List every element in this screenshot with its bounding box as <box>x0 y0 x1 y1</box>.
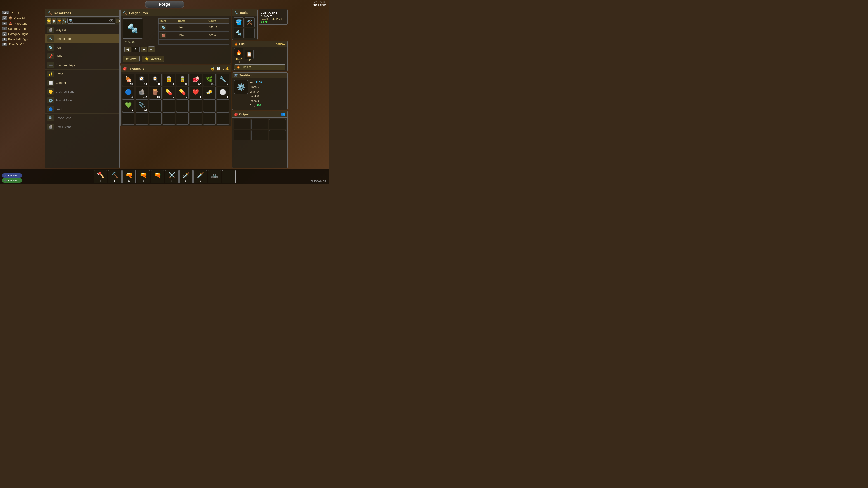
ingredient-row-iron: 🔩 Iron 1159/12 <box>159 24 229 32</box>
inv-slot-10[interactable]: 🪵449 <box>149 87 162 99</box>
inv-slot-12[interactable]: 💊2 <box>176 87 188 99</box>
nav-place-one[interactable]: R1 📤 Place One <box>1 21 45 26</box>
output-slot-0[interactable] <box>234 119 250 129</box>
inv-slot-29[interactable] <box>190 112 202 125</box>
search-input[interactable] <box>74 19 108 22</box>
toolbar-favorite-btn[interactable]: ⭐ <box>46 18 51 24</box>
hotbar-slot-0[interactable]: 🪓 2 <box>94 170 107 184</box>
nav-turn-on-off[interactable]: R1 Turn On/Off <box>1 42 45 47</box>
inv-slot-1[interactable]: 🍳10 <box>135 74 148 86</box>
nav-place-all[interactable]: R1 📦 Place All <box>1 15 45 21</box>
toolbar-tools-btn[interactable]: 🔧 <box>62 18 66 24</box>
inv-slot-13[interactable]: ❤️3 <box>190 87 202 99</box>
inv-slot-23[interactable] <box>217 99 229 112</box>
resource-item-forged-steel[interactable]: ⚙️ Forged Steel <box>45 96 119 105</box>
inv-slot-8[interactable]: 🔵36 <box>122 87 134 99</box>
resource-item-clay-soil[interactable]: 🪨 Clay Soil <box>45 26 119 34</box>
output-slot-2[interactable] <box>269 119 286 129</box>
hotbar-slot-7[interactable]: 🗡️ 5 <box>193 170 207 184</box>
qty-decrease-btn[interactable]: ◀ <box>124 46 131 52</box>
inv-slot-6[interactable]: 🌿124 <box>203 74 216 86</box>
nails-icon: 📌 <box>48 53 54 59</box>
inv-slot-5[interactable]: 🥩57 <box>190 74 202 86</box>
inv-slot-15[interactable]: ⚪4 <box>217 87 229 99</box>
hotbar-slot-9[interactable] <box>222 170 236 184</box>
hotbar-slot-5[interactable]: ⚔️ 4 <box>165 170 179 184</box>
resource-item-small-stone[interactable]: 🪨 Small Stone <box>45 123 119 131</box>
hotbar-slot-3[interactable]: 🔫 1 <box>136 170 150 184</box>
hotbar-slot-2[interactable]: 🔫 5 <box>122 170 136 184</box>
forge-panel: ⛏️ Forged Iron 🔩 ⏱ 00:08 ◀ 1 ▶ <box>121 9 231 168</box>
inv-slot-21[interactable] <box>190 99 202 112</box>
hotbar-slot-1[interactable]: ⛏️ 2 <box>108 170 122 184</box>
inv-slot-9[interactable]: 🪨742 <box>135 87 148 99</box>
toolbar-house-btn[interactable]: 🏠 <box>52 18 56 24</box>
nav-category-left[interactable]: ◀ Category Left <box>1 26 45 31</box>
inv-slot-22[interactable] <box>203 99 216 112</box>
nav-page-lr[interactable]: ⬆ Page Left/Right <box>1 37 45 41</box>
inv-slot-3[interactable]: 🥫10 <box>162 74 175 86</box>
ingredient-row-empty2 <box>159 42 229 44</box>
search-box[interactable]: 🔍 ⌫ <box>67 18 115 24</box>
watermark: THEGAMER <box>311 180 327 183</box>
smelting-clay-val: 600 <box>256 104 261 107</box>
resource-item-iron[interactable]: 🔩 Iron <box>45 43 119 52</box>
inventory-lock-btn[interactable]: 🔒 <box>211 66 215 71</box>
inv-slot-11[interactable]: 💊5 <box>162 87 175 99</box>
output-collect-icon[interactable]: 👥 <box>281 112 285 116</box>
hotbar-slot-8[interactable]: 🚲 <box>208 170 221 184</box>
hotbar-slot-4[interactable]: 🔫 <box>151 170 164 184</box>
craft-btn[interactable]: ⚒ Craft <box>123 56 140 62</box>
inv-slot-25[interactable] <box>135 112 148 125</box>
inv-slot-17[interactable]: 📎14 <box>135 99 148 112</box>
inv-slot-4[interactable]: 🥫10 <box>176 74 188 86</box>
fuel-slot-1[interactable]: 📋 <box>245 50 254 59</box>
smelting-sand-val: 0 <box>257 95 259 98</box>
tool-slot-2[interactable]: 🔩 <box>234 28 244 38</box>
inv-slot-31[interactable] <box>217 112 229 125</box>
resource-item-forged-iron[interactable]: 🔧 Forged Iron <box>45 34 119 43</box>
inv-slot-20[interactable] <box>176 99 188 112</box>
turn-off-btn[interactable]: 🔥 Turn Off <box>234 64 285 70</box>
hotbar-slot-6[interactable]: 🗡️ 5 <box>179 170 193 184</box>
inv-slot-28[interactable] <box>176 112 188 125</box>
forged-iron-image: 🔩 <box>123 18 143 39</box>
output-slot-5[interactable] <box>269 130 286 140</box>
inv-slot-27[interactable] <box>162 112 175 125</box>
crushed-sand-icon: 🟡 <box>48 88 54 95</box>
inv-slot-7[interactable]: 🔧5 <box>217 74 229 86</box>
inv-slot-18[interactable] <box>149 99 162 112</box>
inv-slot-19[interactable] <box>162 99 175 112</box>
qty-play-btn[interactable]: ▶ <box>141 46 147 52</box>
resource-item-brass[interactable]: ✨ Brass <box>45 70 119 78</box>
output-slot-3[interactable] <box>234 130 250 140</box>
resource-item-cement[interactable]: ⬜ Cement <box>45 78 119 87</box>
tool-slot-0[interactable]: 🪣 <box>234 18 244 27</box>
toolbar-ammo-btn[interactable]: 🔫 <box>57 18 61 24</box>
resource-item-short-iron-pipe[interactable]: ➖ Short Iron Pipe <box>45 61 119 70</box>
search-clear-btn[interactable]: ⌫ <box>109 19 114 23</box>
inv-slot-30[interactable] <box>203 112 216 125</box>
output-slot-4[interactable] <box>251 130 268 140</box>
favorite-btn[interactable]: ⭐ Favorite <box>142 56 164 62</box>
inventory-sort-btn[interactable]: 📋 <box>216 66 221 71</box>
tools-icon: 🔧 <box>234 11 238 14</box>
nav-exit[interactable]: ESC ✖ Exit <box>1 10 45 15</box>
resource-item-scope-lens[interactable]: 🔍 Scope Lens <box>45 113 119 123</box>
fuel-slot-0[interactable]: 🔥 <box>234 48 243 57</box>
inv-slot-0[interactable]: 🍖229 <box>122 74 134 86</box>
inv-slot-2[interactable]: 🍳10 <box>149 74 162 86</box>
resource-item-lead[interactable]: 🔵 Lead <box>45 105 119 113</box>
resource-item-crushed-sand[interactable]: 🟡 Crushed Sand <box>45 87 119 96</box>
qty-skip-btn[interactable]: ⏭ <box>148 46 155 52</box>
inv-slot-24[interactable] <box>122 112 134 125</box>
output-slot-1[interactable] <box>251 119 268 129</box>
inv-slot-14[interactable]: 🧈 <box>203 87 216 99</box>
inv-slot-16[interactable]: 💚1 <box>122 99 134 112</box>
tool-slot-3[interactable] <box>245 28 254 38</box>
inv-slot-26[interactable] <box>149 112 162 125</box>
tool-slot-1[interactable]: ⚒️ <box>245 18 254 27</box>
iron-icon: 🔩 <box>48 44 54 51</box>
resource-item-nails[interactable]: 📌 Nails <box>45 52 119 61</box>
nav-category-right[interactable]: ▶ Category Right <box>1 32 45 36</box>
